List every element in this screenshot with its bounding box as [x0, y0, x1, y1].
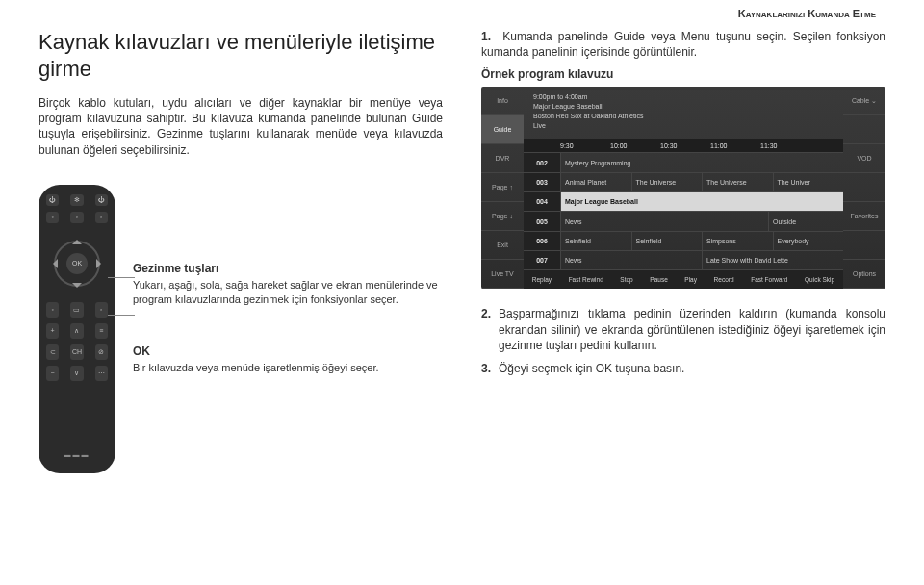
remote-btn: ⋯: [95, 366, 108, 381]
nav-callout: Gezinme tuşları Yukarı, aşağı, sola, sağ…: [133, 262, 443, 307]
guide-row: 002 Mystery Programming: [524, 152, 843, 171]
remote-callouts: Gezinme tuşları Yukarı, aşağı, sola, sağ…: [133, 185, 443, 415]
guide-footer: Replay Fast Rewind Stop Pause Play Recor…: [524, 269, 843, 289]
remote-btn: −: [46, 366, 59, 381]
guide-row: 003 Animal Planet The Universe The Unive…: [524, 172, 843, 191]
step-number: 3.: [481, 361, 499, 376]
guide-cell: Mystery Programming: [560, 153, 843, 171]
remote-top-btn: ✻: [70, 194, 83, 206]
guide-menu-item: [843, 115, 886, 144]
guide-cell: The Universe: [631, 173, 703, 191]
guide-menu-item: [843, 173, 886, 202]
footer-btn: Fast Rewind: [569, 276, 603, 284]
guide-menu-item: DVR: [481, 144, 524, 173]
guide-menu-item: VOD: [843, 144, 886, 173]
remote-btn: CH: [70, 344, 83, 360]
guide-info-panel: 9:00pm to 4:00am Major League Baseball B…: [524, 87, 843, 139]
guide-time: 10:00: [610, 142, 660, 149]
remote-btn: ≡: [95, 323, 108, 339]
footer-btn: Pause: [650, 276, 667, 284]
remote-btn: +: [46, 323, 59, 339]
guide-cell: Outside: [768, 212, 843, 230]
guide-row: 007 News Late Show with David Lette: [524, 250, 843, 269]
guide-menu-item: Options: [843, 260, 886, 289]
step-number: 1.: [481, 30, 497, 43]
arrow-down-icon: [72, 283, 82, 292]
intro-paragraph: Birçok kablo kutuları, uydu alıcıları ve…: [38, 95, 443, 158]
footer-btn: Stop: [620, 276, 632, 284]
guide-cell: Seinfield: [560, 232, 631, 250]
guide-menu-item: Page ↑: [481, 173, 524, 202]
guide-cell: Simpsons: [702, 232, 773, 250]
remote-btn: ◦: [95, 212, 108, 223]
guide-channel: 005: [524, 212, 560, 230]
step-1: 1. Kumanda panelinde Guide veya Menu tuş…: [481, 29, 886, 60]
guide-menu-item: Cable ⌄: [843, 87, 886, 115]
page-title: Kaynak kılavuzları ve menüleriyle iletiş…: [38, 29, 443, 82]
step-3: 3. Öğeyi seçmek için OK tuşuna basın.: [481, 361, 886, 376]
guide-channel: 006: [524, 232, 560, 250]
remote-section: ⏻ ✻ ⏻ ◦ ◦ ◦ OK ◦: [38, 185, 443, 473]
guide-grid: 002 Mystery Programming 003 Animal Plane…: [524, 152, 843, 269]
guide-time-row: 9:30 10:00 10:30 11:00 11:30: [524, 139, 843, 152]
sample-guide-screenshot: Info Guide DVR Page ↑ Page ↓ Exit Live T…: [481, 87, 886, 289]
guide-time: 11:00: [710, 142, 760, 149]
step-text: Kumanda panelinde Guide veya Menu tuşunu…: [481, 30, 886, 59]
remote-btn: ⊂: [46, 344, 59, 360]
guide-channel: 003: [524, 173, 560, 191]
guide-cell: News: [560, 251, 702, 269]
guide-cell: Seinfield: [631, 232, 703, 250]
guide-time: 9:30: [560, 142, 610, 149]
remote-dpad: OK: [48, 235, 106, 292]
right-column: 1. Kumanda panelinde Guide veya Menu tuş…: [481, 29, 886, 473]
nav-callout-title: Gezinme tuşları: [133, 262, 443, 275]
footer-btn: Quick Skip: [805, 276, 834, 284]
remote-illustration: ⏻ ✻ ⏻ ◦ ◦ ◦ OK ◦: [38, 185, 116, 473]
guide-left-menu: Info Guide DVR Page ↑ Page ↓ Exit Live T…: [481, 87, 524, 289]
remote-btn: ∨: [70, 366, 83, 381]
footer-btn: Fast Forward: [751, 276, 787, 284]
guide-channel: 007: [524, 251, 560, 269]
guide-menu-item: Live TV: [481, 260, 524, 289]
guide-cell: Everybody: [773, 232, 844, 250]
remote-top-btn: ⏻: [95, 194, 108, 206]
step-text: Başparmağınızı tıklama pedinin üzerinden…: [499, 306, 886, 353]
step-text: Öğeyi seçmek için OK tuşuna basın.: [499, 361, 886, 376]
guide-cell-selected: Major League Baseball: [560, 192, 843, 211]
remote-btn: ◦: [46, 212, 59, 223]
ok-callout: OK Bir kılavuzda veya menüde işaretlenmi…: [133, 344, 443, 375]
remote-btn: ∧: [70, 323, 83, 339]
guide-row-highlight: 004 Major League Baseball: [524, 191, 843, 211]
ok-callout-title: OK: [133, 344, 443, 358]
remote-ok-button: OK: [66, 253, 88, 274]
guide-row: 006 Seinfield Seinfield Simpsons Everybo…: [524, 231, 843, 250]
ok-callout-desc: Bir kılavuzda veya menüde işaretlenmiş ö…: [133, 361, 443, 375]
section-header: Kaynaklarınızı Kumanda Etme: [38, 8, 886, 19]
remote-btn: ⊘: [95, 344, 108, 360]
guide-menu-item-active: Guide: [481, 115, 524, 144]
remote-top-btn: ⏻: [46, 194, 59, 206]
guide-menu-item: Exit: [481, 231, 524, 260]
sample-guide-label: Örnek program kılavuzu: [481, 67, 886, 81]
guide-info-line: Major League Baseball: [533, 102, 834, 112]
guide-time: 10:30: [660, 142, 710, 149]
arrow-right-icon: [96, 259, 106, 268]
guide-channel: 004: [524, 192, 560, 211]
remote-brand: ▬▬▬: [64, 451, 90, 458]
step-2: 2. Başparmağınızı tıklama pedinin üzerin…: [481, 306, 886, 353]
arrow-up-icon: [72, 235, 82, 244]
remote-btn: ◦: [95, 302, 108, 318]
remote-btn: ▭: [70, 302, 83, 318]
guide-time: 11:30: [760, 142, 810, 149]
remote-btn: ◦: [46, 302, 59, 318]
guide-cell: News: [560, 212, 768, 230]
guide-cell: The Univer: [773, 173, 844, 191]
guide-row: 005 News Outside: [524, 211, 843, 230]
page-columns: Kaynak kılavuzları ve menüleriyle iletiş…: [38, 29, 886, 473]
footer-btn: Record: [714, 276, 734, 284]
footer-btn: Replay: [532, 276, 552, 284]
guide-menu-item: [843, 231, 886, 260]
step-number: 2.: [481, 306, 499, 353]
guide-info-line: Live: [533, 121, 834, 131]
guide-info-line: Boston Red Sox at Oakland Athletics: [533, 112, 834, 121]
